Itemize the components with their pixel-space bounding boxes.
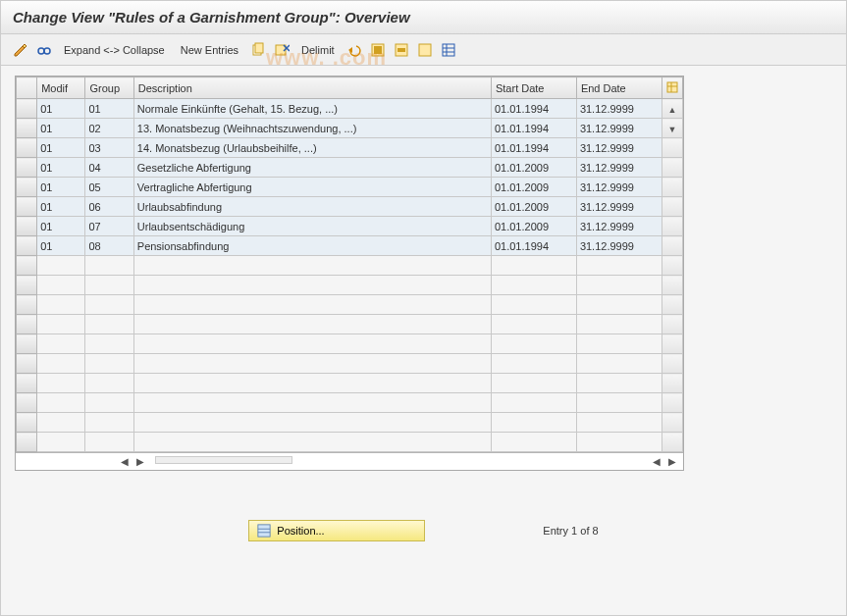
row-selector[interactable]: [17, 138, 37, 158]
cell-description[interactable]: Urlaubsentschädigung: [133, 217, 491, 236]
row-selector[interactable]: [17, 433, 37, 452]
vertical-scrollbar[interactable]: [662, 334, 682, 354]
hscroll-track[interactable]: [155, 456, 292, 464]
row-selector[interactable]: [17, 354, 37, 374]
table-row[interactable]: 0104Gesetzliche Abfertigung01.01.200931.…: [17, 158, 683, 178]
table-row[interactable]: 010213. Monatsbezug (Weihnachtszuwendung…: [17, 119, 683, 138]
row-selector[interactable]: [17, 119, 37, 138]
row-selector[interactable]: [17, 393, 37, 413]
cell-end-date[interactable]: 31.12.9999: [576, 99, 662, 119]
cell-modif[interactable]: 01: [37, 217, 85, 236]
cell-description[interactable]: 14. Monatsbezug (Urlaubsbeihilfe, ...): [133, 138, 491, 158]
cell-description[interactable]: Gesetzliche Abfertigung: [133, 158, 491, 178]
vertical-scrollbar[interactable]: [662, 178, 682, 197]
col-header-modif[interactable]: Modif: [37, 77, 85, 99]
row-selector[interactable]: [17, 315, 37, 334]
hscroll-right-arrow-2[interactable]: ▶: [665, 456, 679, 467]
row-selector[interactable]: [17, 217, 37, 236]
row-selector[interactable]: [17, 197, 37, 217]
vertical-scrollbar[interactable]: [662, 236, 682, 256]
cell-description[interactable]: Vertragliche Abfertigung: [133, 178, 491, 197]
col-header-group[interactable]: Group: [85, 77, 133, 99]
new-entries-button[interactable]: New Entries: [175, 44, 244, 56]
cell-end-date[interactable]: 31.12.9999: [576, 138, 662, 158]
cell-description[interactable]: Normale Einkünfte (Gehalt, 15. Bezug, ..…: [133, 99, 491, 119]
cell-group[interactable]: 01: [85, 99, 133, 119]
horizontal-scrollbar[interactable]: ◀ ▶ ◀ ▶: [16, 452, 683, 470]
row-selector[interactable]: [17, 236, 37, 256]
row-selector[interactable]: [17, 99, 37, 119]
vertical-scrollbar[interactable]: [662, 315, 682, 334]
cell-group[interactable]: 05: [85, 178, 133, 197]
cell-description[interactable]: Urlaubsabfindung: [133, 197, 491, 217]
cell-end-date[interactable]: 31.12.9999: [576, 178, 662, 197]
vertical-scrollbar[interactable]: ▼: [662, 119, 682, 138]
table-row[interactable]: 010314. Monatsbezug (Urlaubsbeihilfe, ..…: [17, 138, 683, 158]
table-config-icon[interactable]: [662, 77, 682, 99]
hscroll-left-arrow-2[interactable]: ◀: [650, 456, 663, 467]
table-row[interactable]: 0101Normale Einkünfte (Gehalt, 15. Bezug…: [17, 99, 683, 119]
vertical-scrollbar[interactable]: ▲: [662, 99, 682, 119]
row-selector[interactable]: [17, 334, 37, 354]
vertical-scrollbar[interactable]: [662, 295, 682, 315]
vscroll-down-arrow[interactable]: ▼: [667, 125, 676, 134]
table-row[interactable]: 0107Urlaubsentschädigung01.01.200931.12.…: [17, 217, 683, 236]
cell-start-date[interactable]: 01.01.1994: [491, 236, 576, 256]
hscroll-right-arrow[interactable]: ▶: [133, 456, 147, 467]
vertical-scrollbar[interactable]: [662, 217, 682, 236]
cell-end-date[interactable]: 31.12.9999: [576, 236, 662, 256]
row-selector-header[interactable]: [17, 77, 37, 99]
cell-group[interactable]: 02: [85, 119, 133, 138]
row-selector[interactable]: [17, 256, 37, 276]
cell-start-date[interactable]: 01.01.1994: [491, 138, 576, 158]
cell-modif[interactable]: 01: [37, 99, 85, 119]
cell-start-date[interactable]: 01.01.2009: [491, 158, 576, 178]
table-row[interactable]: 0106Urlaubsabfindung01.01.200931.12.9999: [17, 197, 683, 217]
row-selector[interactable]: [17, 374, 37, 393]
vertical-scrollbar[interactable]: [662, 354, 682, 374]
vertical-scrollbar[interactable]: [662, 433, 682, 452]
cell-modif[interactable]: 01: [37, 197, 85, 217]
cell-start-date[interactable]: 01.01.1994: [491, 119, 576, 138]
vertical-scrollbar[interactable]: [662, 276, 682, 295]
cell-end-date[interactable]: 31.12.9999: [576, 158, 662, 178]
cell-modif[interactable]: 01: [37, 158, 85, 178]
col-header-description[interactable]: Description: [133, 77, 491, 99]
cell-start-date[interactable]: 01.01.2009: [491, 178, 576, 197]
cell-end-date[interactable]: 31.12.9999: [576, 119, 662, 138]
cell-group[interactable]: 08: [85, 236, 133, 256]
select-all-icon[interactable]: [368, 40, 388, 60]
vertical-scrollbar[interactable]: [662, 256, 682, 276]
cell-modif[interactable]: 01: [37, 178, 85, 197]
row-selector[interactable]: [17, 413, 37, 433]
cell-group[interactable]: 03: [85, 138, 133, 158]
cell-start-date[interactable]: 01.01.1994: [491, 99, 576, 119]
cell-group[interactable]: 07: [85, 217, 133, 236]
vertical-scrollbar[interactable]: [662, 197, 682, 217]
vscroll-up-arrow[interactable]: ▲: [667, 105, 676, 115]
row-selector[interactable]: [17, 276, 37, 295]
vertical-scrollbar[interactable]: [662, 138, 682, 158]
cell-group[interactable]: 06: [85, 197, 133, 217]
position-button[interactable]: Position...: [248, 520, 425, 541]
cell-start-date[interactable]: 01.01.2009: [491, 197, 576, 217]
toggle-change-icon[interactable]: [11, 40, 30, 60]
cell-start-date[interactable]: 01.01.2009: [491, 217, 576, 236]
glasses-icon[interactable]: [34, 40, 54, 60]
deselect-all-icon[interactable]: [415, 40, 435, 60]
cell-modif[interactable]: 01: [37, 119, 85, 138]
cell-end-date[interactable]: 31.12.9999: [576, 217, 662, 236]
undo-icon[interactable]: [344, 40, 364, 60]
vertical-scrollbar[interactable]: [662, 374, 682, 393]
cell-modif[interactable]: 01: [37, 138, 85, 158]
cell-description[interactable]: 13. Monatsbezug (Weihnachtszuwendung, ..…: [133, 119, 491, 138]
col-header-end[interactable]: End Date: [576, 77, 662, 99]
copy-icon[interactable]: [248, 40, 268, 60]
table-settings-icon[interactable]: [439, 40, 458, 60]
table-row[interactable]: 0105Vertragliche Abfertigung01.01.200931…: [17, 178, 683, 197]
cell-group[interactable]: 04: [85, 158, 133, 178]
row-selector[interactable]: [17, 178, 37, 197]
col-header-start[interactable]: Start Date: [491, 77, 576, 99]
select-block-icon[interactable]: [392, 40, 411, 60]
cell-description[interactable]: Pensionsabfindung: [133, 236, 491, 256]
